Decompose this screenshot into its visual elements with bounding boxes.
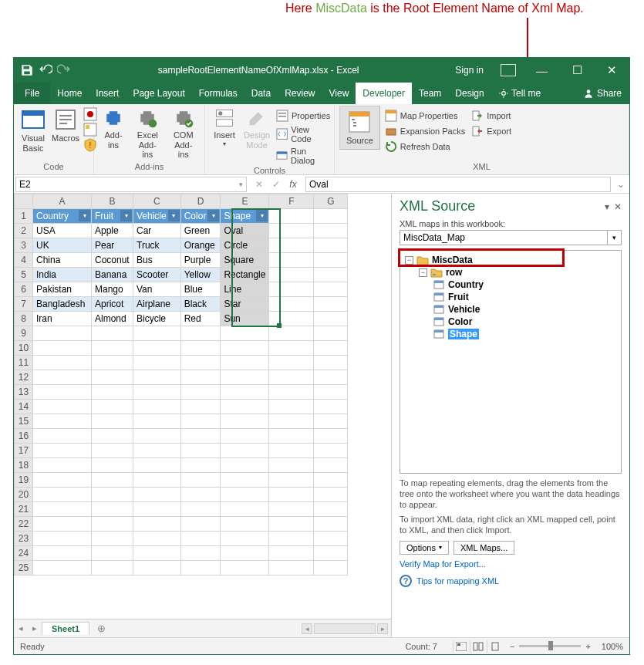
empty-cell[interactable] bbox=[33, 517, 92, 532]
empty-cell[interactable] bbox=[221, 502, 269, 517]
empty-cell[interactable] bbox=[180, 546, 221, 561]
empty-cell[interactable] bbox=[33, 356, 92, 370]
filter-icon[interactable]: ▾ bbox=[168, 210, 180, 221]
empty-cell[interactable] bbox=[314, 370, 348, 385]
col-header[interactable]: C bbox=[133, 194, 181, 209]
empty-cell[interactable] bbox=[33, 473, 92, 488]
empty-cell[interactable] bbox=[314, 473, 348, 488]
row-header[interactable]: 20 bbox=[15, 488, 33, 502]
chevron-down-icon[interactable]: ▾ bbox=[239, 181, 243, 188]
empty-cell[interactable] bbox=[314, 312, 348, 326]
table-header-cell[interactable]: Color▾ bbox=[180, 209, 221, 224]
empty-cell[interactable] bbox=[314, 429, 348, 444]
empty-cell[interactable] bbox=[180, 326, 221, 341]
empty-cell[interactable] bbox=[221, 341, 269, 356]
data-cell[interactable]: Van bbox=[133, 282, 181, 297]
empty-cell[interactable] bbox=[221, 326, 269, 341]
empty-cell[interactable] bbox=[221, 561, 269, 576]
empty-cell[interactable] bbox=[133, 356, 181, 370]
data-cell[interactable]: Square bbox=[221, 253, 269, 268]
empty-cell[interactable] bbox=[33, 385, 92, 400]
data-cell[interactable]: Coconut bbox=[92, 253, 133, 268]
empty-cell[interactable] bbox=[221, 473, 269, 488]
zoom-in-button[interactable]: + bbox=[585, 642, 590, 651]
filter-icon[interactable]: ▾ bbox=[207, 210, 219, 221]
row-header[interactable]: 9 bbox=[15, 326, 33, 341]
menu-formulas[interactable]: Formulas bbox=[192, 83, 244, 104]
visual-basic-button[interactable]: Visual Basic bbox=[19, 106, 48, 154]
chevron-down-icon[interactable]: ▾ bbox=[608, 230, 622, 245]
pane-close-icon[interactable]: ✕ bbox=[614, 201, 622, 212]
empty-cell[interactable] bbox=[314, 400, 348, 414]
empty-cell[interactable] bbox=[133, 458, 181, 473]
row-header[interactable]: 25 bbox=[15, 561, 33, 576]
empty-cell[interactable] bbox=[314, 561, 348, 576]
empty-cell[interactable] bbox=[33, 414, 92, 429]
empty-cell[interactable] bbox=[180, 341, 221, 356]
data-cell[interactable]: Pear bbox=[92, 238, 133, 253]
empty-cell[interactable] bbox=[269, 326, 314, 341]
empty-cell[interactable] bbox=[269, 312, 314, 326]
empty-cell[interactable] bbox=[133, 532, 181, 546]
empty-cell[interactable] bbox=[133, 473, 181, 488]
zoom-slider[interactable] bbox=[519, 645, 581, 647]
formula-input[interactable] bbox=[309, 179, 607, 190]
fx-icon[interactable]: fx bbox=[285, 179, 301, 190]
row-header[interactable]: 16 bbox=[15, 429, 33, 444]
filter-icon[interactable]: ▾ bbox=[256, 210, 268, 221]
expand-formula-bar-icon[interactable]: ⌄ bbox=[612, 179, 629, 190]
menu-data[interactable]: Data bbox=[244, 83, 278, 104]
empty-cell[interactable] bbox=[269, 561, 314, 576]
empty-cell[interactable] bbox=[92, 473, 133, 488]
row-header[interactable]: 21 bbox=[15, 502, 33, 517]
row-header[interactable]: 15 bbox=[15, 414, 33, 429]
row-header[interactable]: 14 bbox=[15, 400, 33, 414]
xml-maps-button[interactable]: XML Maps... bbox=[453, 541, 514, 555]
empty-cell[interactable] bbox=[269, 282, 314, 297]
empty-cell[interactable] bbox=[92, 546, 133, 561]
empty-cell[interactable] bbox=[269, 473, 314, 488]
empty-cell[interactable] bbox=[133, 326, 181, 341]
data-cell[interactable]: Bus bbox=[133, 253, 181, 268]
empty-cell[interactable] bbox=[133, 561, 181, 576]
row-header[interactable]: 12 bbox=[15, 370, 33, 385]
redo-icon[interactable] bbox=[57, 63, 71, 77]
empty-cell[interactable] bbox=[92, 356, 133, 370]
empty-cell[interactable] bbox=[314, 268, 348, 282]
data-cell[interactable]: Pakistan bbox=[33, 282, 92, 297]
row-header[interactable]: 8 bbox=[15, 312, 33, 326]
empty-cell[interactable] bbox=[33, 444, 92, 458]
menu-review[interactable]: Review bbox=[278, 83, 322, 104]
row-header[interactable]: 2 bbox=[15, 224, 33, 238]
empty-cell[interactable] bbox=[221, 444, 269, 458]
empty-cell[interactable] bbox=[314, 385, 348, 400]
tips-link[interactable]: Tips for mapping XML bbox=[416, 576, 499, 586]
empty-cell[interactable] bbox=[92, 385, 133, 400]
zoom-out-button[interactable]: − bbox=[510, 642, 514, 651]
data-cell[interactable]: Almond bbox=[92, 312, 133, 326]
sign-in-button[interactable]: Sign in bbox=[446, 65, 493, 76]
empty-cell[interactable] bbox=[269, 414, 314, 429]
tab-nav-next[interactable]: ▸ bbox=[28, 623, 42, 633]
empty-cell[interactable] bbox=[221, 400, 269, 414]
row-header[interactable]: 18 bbox=[15, 458, 33, 473]
empty-cell[interactable] bbox=[92, 429, 133, 444]
empty-cell[interactable] bbox=[314, 326, 348, 341]
empty-cell[interactable] bbox=[180, 429, 221, 444]
data-cell[interactable]: Red bbox=[180, 312, 221, 326]
scroll-left-icon[interactable]: ◂ bbox=[302, 623, 312, 634]
row-header[interactable]: 3 bbox=[15, 238, 33, 253]
menu-design[interactable]: Design bbox=[448, 83, 491, 104]
empty-cell[interactable] bbox=[92, 502, 133, 517]
view-code-button[interactable]: View Code bbox=[275, 124, 332, 144]
empty-cell[interactable] bbox=[269, 429, 314, 444]
row-header[interactable]: 24 bbox=[15, 546, 33, 561]
empty-cell[interactable] bbox=[92, 444, 133, 458]
table-header-cell[interactable]: Shape▾ bbox=[221, 209, 269, 224]
empty-cell[interactable] bbox=[314, 282, 348, 297]
data-cell[interactable]: Bangladesh bbox=[33, 297, 92, 312]
empty-cell[interactable] bbox=[314, 444, 348, 458]
col-header[interactable]: D bbox=[180, 194, 221, 209]
empty-cell[interactable] bbox=[314, 224, 348, 238]
name-box[interactable]: E2▾ bbox=[15, 177, 247, 192]
